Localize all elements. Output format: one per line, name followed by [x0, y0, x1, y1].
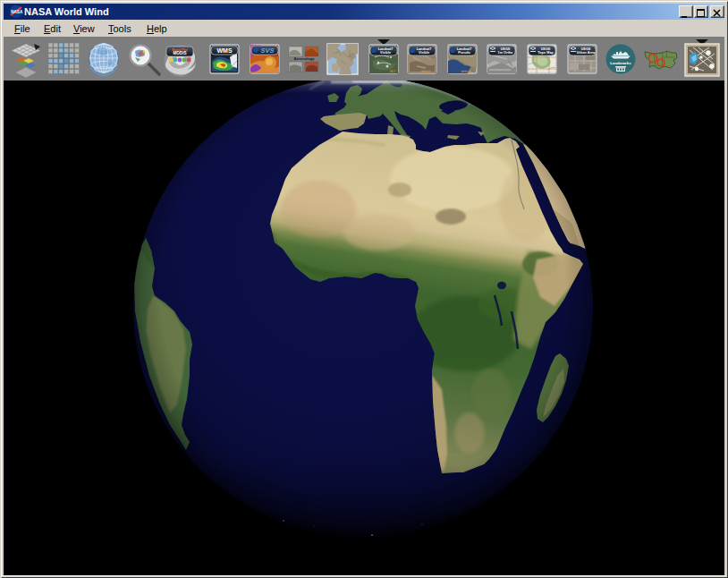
svg-text:1m Ortho: 1m Ortho — [498, 51, 514, 55]
svg-text:NLT: NLT — [390, 70, 395, 73]
svg-text:NASA: NASA — [11, 10, 23, 14]
svg-text:USGS: USGS — [501, 47, 511, 51]
svg-text:default: default — [461, 70, 471, 73]
svg-text:USGS: USGS — [541, 47, 551, 51]
svg-text:MODIS: MODIS — [173, 51, 186, 55]
svg-text:USGS: USGS — [581, 47, 591, 51]
svg-text:Visible: Visible — [419, 51, 429, 55]
svg-text:Landsat7: Landsat7 — [417, 47, 432, 51]
svg-text:Pseudo: Pseudo — [458, 51, 470, 55]
svg-text:Landsat7: Landsat7 — [378, 47, 394, 51]
svg-text:Aeronology: Aeronology — [293, 56, 315, 61]
svg-text:Topo Map: Topo Map — [538, 51, 554, 55]
svg-text:Urban Area: Urban Area — [577, 51, 596, 55]
svg-text:Landsat7: Landsat7 — [457, 47, 472, 51]
svg-text:Visible: Visible — [380, 51, 391, 55]
svg-text:WMS: WMS — [216, 47, 232, 54]
svg-text:default: default — [421, 70, 431, 73]
svg-text:Landmarks: Landmarks — [610, 61, 631, 65]
svg-text:SVS: SVS — [260, 47, 274, 55]
